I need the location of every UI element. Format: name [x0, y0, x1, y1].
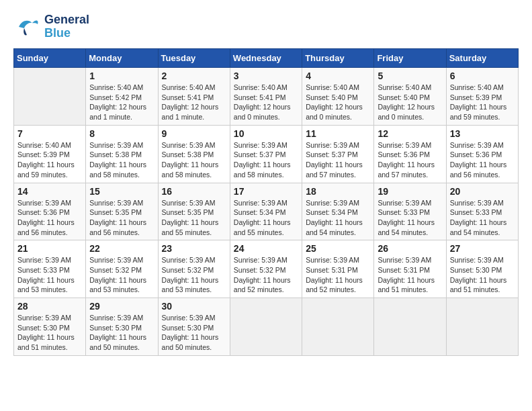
calendar-cell: 1Sunrise: 5:40 AM Sunset: 5:42 PM Daylig…	[86, 68, 158, 126]
day-info: Sunrise: 5:39 AM Sunset: 5:31 PM Dayligh…	[306, 255, 370, 295]
day-number: 16	[162, 186, 226, 197]
calendar-cell: 22Sunrise: 5:39 AM Sunset: 5:32 PM Dayli…	[86, 240, 158, 298]
day-info: Sunrise: 5:39 AM Sunset: 5:30 PM Dayligh…	[450, 255, 515, 295]
day-number: 25	[306, 243, 370, 254]
calendar-cell: 28Sunrise: 5:39 AM Sunset: 5:30 PM Dayli…	[14, 298, 86, 356]
day-number: 30	[162, 301, 226, 312]
day-info: Sunrise: 5:40 AM Sunset: 5:41 PM Dayligh…	[234, 83, 298, 122]
calendar-cell: 15Sunrise: 5:39 AM Sunset: 5:35 PM Dayli…	[86, 183, 158, 240]
calendar-cell: 4Sunrise: 5:40 AM Sunset: 5:40 PM Daylig…	[302, 68, 374, 126]
logo-bird-icon	[13, 13, 40, 40]
day-info: Sunrise: 5:39 AM Sunset: 5:38 PM Dayligh…	[89, 140, 154, 180]
day-number: 23	[162, 243, 226, 254]
day-info: Sunrise: 5:39 AM Sunset: 5:33 PM Dayligh…	[378, 198, 442, 238]
calendar-cell	[230, 298, 302, 356]
calendar-cell	[14, 68, 86, 126]
day-info: Sunrise: 5:39 AM Sunset: 5:30 PM Dayligh…	[17, 313, 82, 353]
day-number: 4	[306, 71, 370, 81]
day-number: 2	[162, 71, 226, 81]
day-number: 15	[89, 186, 154, 197]
day-header-saturday: Saturday	[446, 49, 518, 68]
day-number: 19	[378, 186, 442, 197]
calendar-cell: 21Sunrise: 5:39 AM Sunset: 5:33 PM Dayli…	[14, 240, 86, 298]
logo-container: General Blue	[13, 13, 89, 40]
calendar-cell	[446, 298, 518, 356]
calendar-cell: 8Sunrise: 5:39 AM Sunset: 5:38 PM Daylig…	[86, 125, 158, 183]
day-number: 22	[89, 243, 154, 254]
calendar-cell: 19Sunrise: 5:39 AM Sunset: 5:33 PM Dayli…	[374, 183, 446, 240]
day-info: Sunrise: 5:39 AM Sunset: 5:33 PM Dayligh…	[450, 198, 515, 238]
calendar-cell: 5Sunrise: 5:40 AM Sunset: 5:40 PM Daylig…	[374, 68, 446, 126]
day-header-friday: Friday	[374, 49, 446, 68]
day-info: Sunrise: 5:39 AM Sunset: 5:32 PM Dayligh…	[234, 255, 298, 295]
calendar-cell: 18Sunrise: 5:39 AM Sunset: 5:34 PM Dayli…	[302, 183, 374, 240]
logo: General Blue	[13, 13, 89, 40]
day-info: Sunrise: 5:39 AM Sunset: 5:32 PM Dayligh…	[89, 255, 154, 295]
logo-blue-text: Blue	[44, 27, 89, 40]
day-header-tuesday: Tuesday	[158, 49, 230, 68]
day-number: 9	[162, 128, 226, 139]
day-number: 1	[89, 71, 154, 81]
calendar-cell: 7Sunrise: 5:40 AM Sunset: 5:39 PM Daylig…	[14, 125, 86, 183]
day-info: Sunrise: 5:39 AM Sunset: 5:36 PM Dayligh…	[378, 140, 442, 180]
day-header-thursday: Thursday	[302, 49, 374, 68]
day-info: Sunrise: 5:39 AM Sunset: 5:36 PM Dayligh…	[450, 140, 515, 180]
day-number: 7	[17, 128, 82, 139]
calendar-cell: 14Sunrise: 5:39 AM Sunset: 5:36 PM Dayli…	[14, 183, 86, 240]
calendar-cell: 23Sunrise: 5:39 AM Sunset: 5:32 PM Dayli…	[158, 240, 230, 298]
day-number: 17	[234, 186, 298, 197]
day-info: Sunrise: 5:39 AM Sunset: 5:37 PM Dayligh…	[234, 140, 298, 180]
day-info: Sunrise: 5:39 AM Sunset: 5:30 PM Dayligh…	[162, 313, 226, 353]
day-number: 26	[378, 243, 442, 254]
day-info: Sunrise: 5:40 AM Sunset: 5:40 PM Dayligh…	[306, 83, 370, 122]
logo-text-block: General Blue	[44, 13, 89, 40]
calendar-cell	[302, 298, 374, 356]
day-info: Sunrise: 5:39 AM Sunset: 5:30 PM Dayligh…	[89, 313, 154, 353]
calendar-cell: 26Sunrise: 5:39 AM Sunset: 5:31 PM Dayli…	[374, 240, 446, 298]
day-info: Sunrise: 5:39 AM Sunset: 5:35 PM Dayligh…	[89, 198, 154, 238]
calendar-cell	[374, 298, 446, 356]
logo-general-text: General	[44, 13, 89, 27]
calendar-cell: 10Sunrise: 5:39 AM Sunset: 5:37 PM Dayli…	[230, 125, 302, 183]
calendar-cell: 16Sunrise: 5:39 AM Sunset: 5:35 PM Dayli…	[158, 183, 230, 240]
calendar-cell: 27Sunrise: 5:39 AM Sunset: 5:30 PM Dayli…	[446, 240, 518, 298]
calendar-cell: 12Sunrise: 5:39 AM Sunset: 5:36 PM Dayli…	[374, 125, 446, 183]
day-number: 29	[89, 301, 154, 312]
day-info: Sunrise: 5:40 AM Sunset: 5:39 PM Dayligh…	[17, 140, 82, 180]
day-info: Sunrise: 5:40 AM Sunset: 5:41 PM Dayligh…	[162, 83, 226, 122]
day-header-monday: Monday	[86, 49, 158, 68]
day-number: 12	[378, 128, 442, 139]
header-row: SundayMondayTuesdayWednesdayThursdayFrid…	[14, 49, 519, 68]
week-row-5: 28Sunrise: 5:39 AM Sunset: 5:30 PM Dayli…	[14, 298, 519, 356]
page-header: General Blue	[13, 13, 519, 40]
week-row-4: 21Sunrise: 5:39 AM Sunset: 5:33 PM Dayli…	[14, 240, 519, 298]
calendar-cell: 25Sunrise: 5:39 AM Sunset: 5:31 PM Dayli…	[302, 240, 374, 298]
week-row-3: 14Sunrise: 5:39 AM Sunset: 5:36 PM Dayli…	[14, 183, 519, 240]
day-info: Sunrise: 5:39 AM Sunset: 5:36 PM Dayligh…	[17, 198, 82, 238]
calendar-cell: 30Sunrise: 5:39 AM Sunset: 5:30 PM Dayli…	[158, 298, 230, 356]
day-number: 24	[234, 243, 298, 254]
week-row-2: 7Sunrise: 5:40 AM Sunset: 5:39 PM Daylig…	[14, 125, 519, 183]
calendar-cell: 24Sunrise: 5:39 AM Sunset: 5:32 PM Dayli…	[230, 240, 302, 298]
calendar-cell: 17Sunrise: 5:39 AM Sunset: 5:34 PM Dayli…	[230, 183, 302, 240]
day-number: 14	[17, 186, 82, 197]
calendar-table: SundayMondayTuesdayWednesdayThursdayFrid…	[13, 48, 519, 356]
day-info: Sunrise: 5:39 AM Sunset: 5:33 PM Dayligh…	[17, 255, 82, 295]
calendar-cell: 20Sunrise: 5:39 AM Sunset: 5:33 PM Dayli…	[446, 183, 518, 240]
day-number: 10	[234, 128, 298, 139]
day-info: Sunrise: 5:39 AM Sunset: 5:35 PM Dayligh…	[162, 198, 226, 238]
day-info: Sunrise: 5:40 AM Sunset: 5:42 PM Dayligh…	[89, 83, 154, 122]
calendar-cell: 13Sunrise: 5:39 AM Sunset: 5:36 PM Dayli…	[446, 125, 518, 183]
day-number: 8	[89, 128, 154, 139]
day-number: 6	[450, 71, 515, 81]
day-number: 3	[234, 71, 298, 81]
day-number: 18	[306, 186, 370, 197]
day-info: Sunrise: 5:40 AM Sunset: 5:40 PM Dayligh…	[378, 83, 442, 122]
day-header-wednesday: Wednesday	[230, 49, 302, 68]
day-info: Sunrise: 5:40 AM Sunset: 5:39 PM Dayligh…	[450, 83, 515, 122]
calendar-cell: 29Sunrise: 5:39 AM Sunset: 5:30 PM Dayli…	[86, 298, 158, 356]
calendar-cell: 11Sunrise: 5:39 AM Sunset: 5:37 PM Dayli…	[302, 125, 374, 183]
calendar-cell: 6Sunrise: 5:40 AM Sunset: 5:39 PM Daylig…	[446, 68, 518, 126]
day-number: 13	[450, 128, 515, 139]
day-info: Sunrise: 5:39 AM Sunset: 5:34 PM Dayligh…	[234, 198, 298, 238]
